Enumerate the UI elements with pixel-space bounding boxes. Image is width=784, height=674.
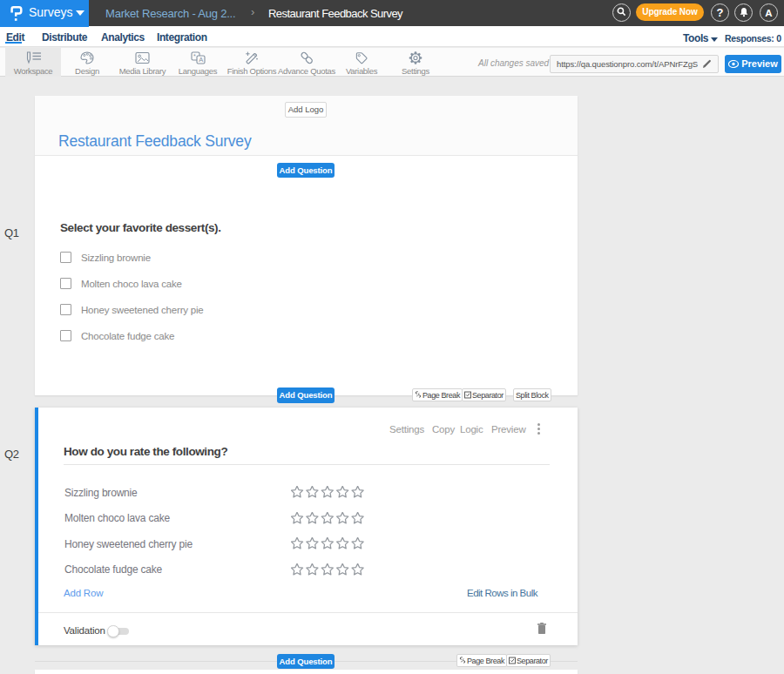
- svg-text:*: *: [193, 53, 196, 59]
- svg-text:A: A: [199, 56, 203, 64]
